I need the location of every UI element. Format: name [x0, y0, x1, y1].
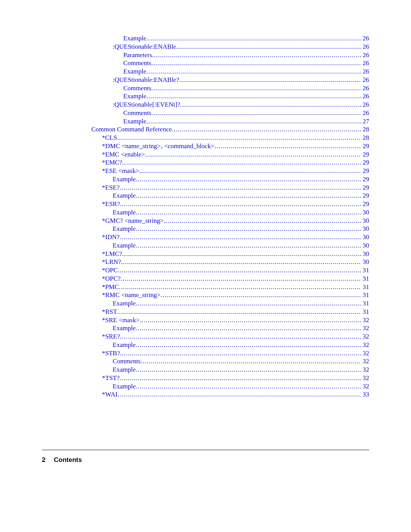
toc-entry-link[interactable]: *PMC	[102, 283, 119, 291]
toc-entry-link[interactable]: Example	[113, 208, 135, 217]
toc-entry-link[interactable]: *SRE?	[102, 332, 120, 341]
toc-leader	[117, 308, 361, 316]
toc-entry-link[interactable]: *OPC	[102, 266, 118, 275]
toc-page-number[interactable]: 26	[361, 67, 369, 76]
toc-page-number[interactable]: 29	[361, 158, 369, 167]
toc-entry-link[interactable]: Example	[113, 366, 135, 374]
toc-page-number[interactable]: 31	[361, 291, 369, 299]
toc-page-number[interactable]: 28	[361, 125, 369, 134]
toc-page-number[interactable]: 26	[361, 92, 369, 101]
toc-page-number[interactable]: 32	[361, 349, 369, 358]
toc-row: *GMC? <name_string> 30	[42, 217, 369, 225]
toc-page-number[interactable]: 30	[361, 258, 369, 266]
toc-entry-link[interactable]: :QUEStionable:ENABle?	[113, 76, 179, 84]
toc-page-number[interactable]: 26	[361, 84, 369, 93]
toc-leader	[135, 299, 361, 308]
page: Example 26:QUEStionable:ENABle 26Paramet…	[0, 0, 411, 532]
toc-entry-link[interactable]: *OPC?	[102, 275, 121, 283]
toc-entry-link[interactable]: *EMC?	[102, 158, 122, 167]
toc-page-number[interactable]: 30	[361, 208, 369, 217]
toc-page-number[interactable]: 30	[361, 233, 369, 241]
toc-page-number[interactable]: 26	[361, 43, 369, 51]
toc-entry-link[interactable]: Example	[113, 299, 135, 308]
toc-entry-link[interactable]: Example	[123, 117, 146, 126]
toc-page-number[interactable]: 32	[361, 374, 369, 382]
toc-entry-link[interactable]: Example	[113, 324, 135, 332]
toc-page-number[interactable]: 30	[361, 217, 369, 225]
toc-entry-link[interactable]: *CLS	[102, 134, 117, 142]
toc-leader	[172, 125, 361, 134]
toc-entry-link[interactable]: *RMC <name_string>	[102, 291, 161, 299]
toc-page-number[interactable]: 29	[361, 184, 369, 192]
toc-row: *EMC <enable> 29	[42, 150, 369, 159]
toc-entry-link[interactable]: *TST?	[102, 374, 119, 382]
toc-page-number[interactable]: 26	[361, 101, 369, 109]
toc-entry-link[interactable]: *LRN?	[102, 258, 121, 266]
toc-page-number[interactable]: 32	[361, 357, 369, 366]
toc-entry-link[interactable]: *DMC <name_string>, <command_block>	[102, 142, 215, 150]
toc-entry-link[interactable]: Comments	[123, 84, 151, 93]
toc-page-number[interactable]: 29	[361, 142, 369, 150]
toc-page-number[interactable]: 31	[361, 299, 369, 308]
toc-page-number[interactable]: 32	[361, 316, 369, 324]
toc-page-number[interactable]: 26	[361, 76, 369, 84]
toc-page-number[interactable]: 32	[361, 324, 369, 332]
toc-page-number[interactable]: 26	[361, 59, 369, 67]
toc-page-number[interactable]: 30	[361, 250, 369, 258]
toc-page-number[interactable]: 29	[361, 175, 369, 184]
toc-entry-link[interactable]: Common Command Reference	[91, 125, 172, 134]
toc-leader	[161, 291, 361, 299]
toc-entry-link[interactable]: Example	[113, 225, 135, 233]
toc-entry-link[interactable]: *WAI	[102, 390, 118, 399]
toc-page-number[interactable]: 33	[361, 390, 369, 399]
toc-entry-link[interactable]: Example	[113, 175, 135, 184]
toc-entry-link[interactable]: *ESE?	[102, 184, 119, 192]
toc-leader	[120, 349, 361, 358]
toc-page-number[interactable]: 29	[361, 192, 369, 200]
toc-page-number[interactable]: 32	[361, 366, 369, 374]
toc-entry-link[interactable]: Comments	[123, 59, 151, 67]
toc-entry-link[interactable]: *ESE <mask>	[102, 167, 139, 175]
toc-page-number[interactable]: 28	[361, 134, 369, 142]
toc-page-number[interactable]: 32	[361, 382, 369, 391]
toc-page-number[interactable]: 29	[361, 167, 369, 175]
toc-entry-link[interactable]: Example	[123, 34, 146, 43]
toc-page-number[interactable]: 27	[361, 117, 369, 126]
toc-page-number[interactable]: 31	[361, 308, 369, 316]
toc-entry-link[interactable]: Parameters	[123, 51, 152, 59]
toc-entry-link[interactable]: Comments	[113, 357, 141, 366]
toc-page-number[interactable]: 26	[361, 51, 369, 59]
toc-page-number[interactable]: 31	[361, 266, 369, 275]
toc-entry-link[interactable]: *SRE <mask>	[102, 316, 140, 324]
toc-row: Common Command Reference 28	[42, 125, 369, 134]
toc-entry-link[interactable]: Example	[123, 67, 146, 76]
toc-page-number[interactable]: 30	[361, 241, 369, 250]
toc-entry-link[interactable]: :QUEStionable:ENABle	[113, 43, 176, 51]
toc-page-number[interactable]: 29	[361, 150, 369, 159]
toc-entry-link[interactable]: *ESR?	[102, 200, 120, 208]
toc-entry-link[interactable]: *LMC?	[102, 250, 122, 258]
toc-entry-link[interactable]: *RST	[102, 308, 117, 316]
toc-page-number[interactable]: 32	[361, 341, 369, 349]
toc-page-number[interactable]: 29	[361, 200, 369, 208]
toc-entry-link[interactable]: Comments	[123, 109, 151, 117]
toc-entry-link[interactable]: *EMC <enable>	[102, 150, 145, 159]
toc-entry-link[interactable]: Example	[113, 192, 135, 200]
toc-entry-link[interactable]: Example	[123, 92, 146, 101]
toc-page-number[interactable]: 30	[361, 225, 369, 233]
toc-page-number[interactable]: 26	[361, 34, 369, 43]
toc-row: *OPC 31	[42, 266, 369, 275]
toc-entry-link[interactable]: *IDN?	[102, 233, 119, 241]
toc-page-number[interactable]: 32	[361, 332, 369, 341]
toc-leader	[135, 225, 361, 233]
toc-entry-link[interactable]: :QUEStionable[:EVENt]?	[113, 101, 180, 109]
toc-entry-link[interactable]: Example	[113, 382, 135, 391]
toc-page-number[interactable]: 26	[361, 109, 369, 117]
toc-row: *ESE? 29	[42, 184, 369, 192]
toc-entry-link[interactable]: Example	[113, 341, 135, 349]
toc-entry-link[interactable]: *GMC? <name_string>	[102, 217, 164, 225]
toc-page-number[interactable]: 31	[361, 275, 369, 283]
toc-entry-link[interactable]: Example	[113, 241, 135, 250]
toc-page-number[interactable]: 31	[361, 283, 369, 291]
toc-entry-link[interactable]: *STB?	[102, 349, 120, 358]
